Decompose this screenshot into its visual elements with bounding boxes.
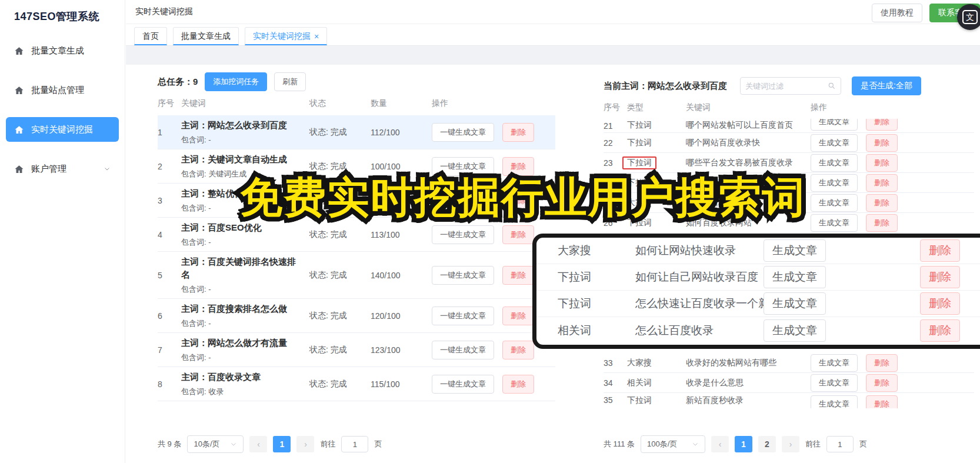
task-status: 状态: 完成 — [309, 127, 371, 138]
table-row[interactable]: 5 主词：百度关键词排名快速排名包含词: - 状态: 完成 140/100 一键… — [158, 252, 555, 299]
generate-articles-button[interactable]: 一键生成文章 — [432, 225, 494, 244]
delete-button[interactable]: 删除 — [502, 191, 534, 210]
tab-keyword-mining[interactable]: 实时关键词挖掘 × — [245, 27, 327, 45]
generate-article-button[interactable]: 生成文章 — [811, 354, 858, 372]
table-row: 21 下拉词 哪个网站发帖可以上百度首页 生成文章删除 — [604, 119, 974, 133]
page-number-button[interactable]: 2 — [758, 436, 776, 452]
keyword-filter-input[interactable] — [745, 82, 828, 91]
table-row: 23 下拉词 哪些平台发文容易被百度收录 生成文章删除 — [604, 153, 974, 173]
page-unit-label: 页 — [859, 439, 867, 449]
generate-articles-button[interactable]: 一键生成文章 — [432, 307, 494, 325]
keyword-text: 如何百度收录网站 — [686, 218, 811, 228]
page-size-select[interactable]: 10条/页 — [187, 435, 244, 453]
generate-all-button[interactable]: 是否生成:全部 — [852, 76, 921, 95]
delete-button[interactable]: 删除 — [502, 157, 534, 176]
tab-batch-article[interactable]: 批量文章生成 — [173, 27, 239, 45]
table-row[interactable]: 2 主词：关键词文章自动生成包含词: 关键词生成 状态: 完成 100/100 … — [158, 149, 555, 184]
goto-label: 前往 — [805, 439, 821, 449]
next-page-button[interactable]: › — [782, 436, 799, 452]
goto-page-input[interactable] — [341, 436, 368, 452]
delete-button[interactable]: 删除 — [920, 266, 960, 288]
generate-article-button[interactable]: 生成文章 — [811, 395, 858, 408]
delete-button[interactable]: 删除 — [920, 239, 960, 262]
home-icon — [14, 85, 24, 95]
table-row[interactable]: 3 主词：整站优化包含词: - 状态: 完成 一键生成文章删除 — [158, 184, 555, 218]
table-row: 25 大家搜 如何让百度收录 生成文章删除 — [604, 193, 974, 213]
page-size-select[interactable]: 100条/页 — [641, 435, 705, 453]
prev-page-button[interactable]: ‹ — [711, 436, 729, 452]
generate-article-button[interactable]: 生成文章 — [764, 266, 826, 288]
delete-button[interactable]: 删除 — [502, 375, 534, 394]
next-page-button[interactable]: › — [296, 436, 314, 452]
home-icon — [14, 164, 24, 174]
sidebar-item-batch-site[interactable]: 批量站点管理 — [6, 78, 119, 102]
delete-button[interactable]: 删除 — [502, 266, 534, 285]
page-number-button[interactable]: 1 — [273, 436, 291, 452]
generate-article-button[interactable]: 生成文章 — [811, 194, 858, 212]
task-main-word: 主词：整站优化 — [181, 187, 304, 200]
task-count: 140/100 — [371, 271, 432, 280]
task-status: 状态: 完成 — [309, 229, 371, 240]
table-row[interactable]: 1 主词：网站怎么收录到百度包含词: - 状态: 完成 112/100 一键生成… — [158, 115, 555, 149]
generate-article-button[interactable]: 生成文章 — [811, 174, 858, 192]
delete-button[interactable]: 删除 — [866, 154, 898, 172]
generate-articles-button[interactable]: 一键生成文章 — [432, 266, 494, 285]
keyword-text: 如何让自己网站收录百度 — [635, 269, 764, 285]
table-row[interactable]: 6 主词：百度搜索排名怎么做包含词: - 状态: 完成 120/100 一键生成… — [158, 299, 555, 333]
page-number-button[interactable]: 1 — [735, 436, 752, 452]
close-icon[interactable]: × — [314, 32, 319, 41]
generate-article-button[interactable]: 生成文章 — [811, 374, 858, 392]
generate-article-button[interactable]: 生成文章 — [764, 319, 826, 342]
tab-home[interactable]: 首页 — [134, 27, 167, 45]
task-main-word: 主词：百度搜索排名怎么做 — [181, 302, 304, 315]
generate-articles-button[interactable]: 一键生成文章 — [432, 341, 494, 359]
delete-button[interactable]: 删除 — [866, 174, 898, 192]
red-highlight-box: 下拉词 — [622, 156, 656, 169]
floating-widget[interactable]: 文 — [957, 4, 980, 30]
generate-article-button[interactable]: 生成文章 — [811, 134, 858, 152]
delete-button[interactable]: 删除 — [502, 341, 534, 359]
delete-button[interactable]: 删除 — [866, 354, 898, 372]
delete-button[interactable]: 删除 — [502, 307, 534, 325]
delete-button[interactable]: 删除 — [866, 214, 898, 232]
goto-page-input[interactable] — [826, 436, 854, 452]
table-row[interactable]: 4 主词：百度SEO优化包含词: - 状态: 完成 113/100 一键生成文章… — [158, 218, 555, 252]
delete-button[interactable]: 删除 — [920, 292, 960, 315]
delete-button[interactable]: 删除 — [866, 395, 898, 408]
magnified-inset-box: 大家搜 如何让网站快速收录 生成文章 删除 下拉词 如何让自己网站收录百度 生成… — [532, 234, 980, 349]
delete-button[interactable]: 删除 — [866, 194, 898, 212]
generate-article-button[interactable]: 生成文章 — [764, 239, 826, 262]
task-count: 120/100 — [371, 311, 432, 321]
row-index: 33 — [604, 358, 627, 368]
generate-article-button[interactable]: 生成文章 — [764, 292, 826, 315]
delete-button[interactable]: 删除 — [920, 319, 960, 342]
column-header: 类型 — [627, 102, 686, 113]
table-row[interactable]: 8 主词：百度收录文章包含词: 收录 状态: 完成 115/100 一键生成文章… — [158, 367, 555, 401]
delete-button[interactable]: 删除 — [866, 134, 898, 152]
delete-button[interactable]: 删除 — [866, 119, 898, 131]
column-header: 状态 — [309, 98, 371, 109]
generate-articles-button[interactable]: 一键生成文章 — [432, 123, 494, 142]
prev-page-button[interactable]: ‹ — [249, 436, 267, 452]
generate-article-button[interactable]: 生成文章 — [811, 154, 858, 172]
generate-articles-button[interactable]: 一键生成文章 — [432, 191, 494, 210]
delete-button[interactable]: 删除 — [502, 123, 534, 142]
task-sub-word: 包含词: - — [181, 318, 304, 329]
delete-button[interactable]: 删除 — [502, 225, 534, 244]
tab-label: 首页 — [142, 31, 159, 42]
table-row[interactable]: 7 主词：网站怎么做才有流量包含词: - 状态: 完成 123/100 一键生成… — [158, 333, 555, 367]
refresh-button[interactable]: 刷新 — [274, 72, 306, 91]
add-task-button[interactable]: 添加挖词任务 — [205, 72, 267, 91]
sidebar-item-keyword-mining[interactable]: 实时关键词挖掘 — [6, 117, 119, 142]
row-index: 5 — [158, 271, 181, 280]
list-item: 大家搜 如何让网站快速收录 生成文章 删除 — [536, 238, 980, 264]
generate-articles-button[interactable]: 一键生成文章 — [432, 375, 494, 394]
chevron-down-icon — [692, 441, 699, 448]
generate-articles-button[interactable]: 一键生成文章 — [432, 157, 494, 176]
sidebar-item-account[interactable]: 账户管理 — [6, 156, 119, 181]
sidebar-item-batch-article[interactable]: 批量文章生成 — [6, 38, 119, 63]
help-button[interactable]: 使用教程 — [872, 4, 922, 22]
generate-article-button[interactable]: 生成文章 — [811, 214, 858, 232]
generate-article-button[interactable]: 生成文章 — [811, 119, 858, 131]
delete-button[interactable]: 删除 — [866, 374, 898, 392]
